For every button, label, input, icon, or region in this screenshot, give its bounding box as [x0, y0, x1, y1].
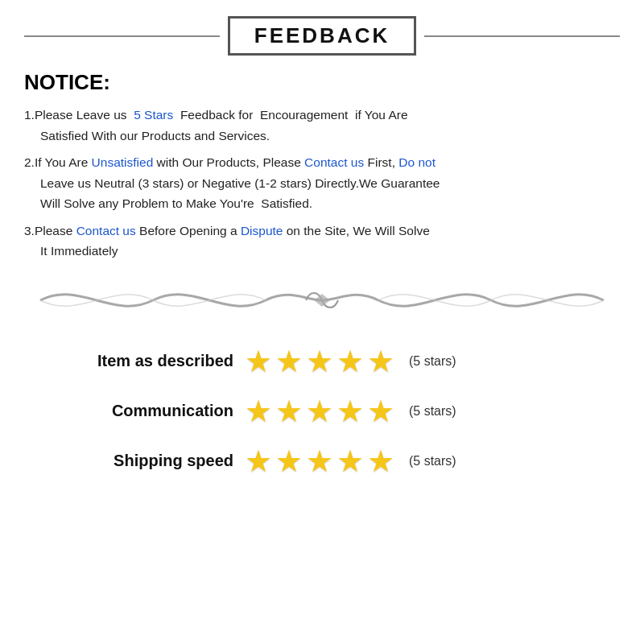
stars-item-described: ★ ★ ★ ★ ★: [245, 344, 394, 379]
star-1: ★: [245, 344, 272, 379]
page-header: FEEDBACK: [24, 16, 620, 56]
feedback-title: FEEDBACK: [254, 23, 390, 47]
notice-list: 1.Please Leave us 5 Stars Feedback for E…: [24, 105, 620, 262]
star-2: ★: [275, 344, 303, 379]
highlight-donot: Do not: [398, 155, 436, 169]
highlight-contact2: Contact us: [76, 224, 136, 237]
rating-label-shipping: Shipping speed: [56, 452, 233, 470]
star-count-item-described: (5 stars): [409, 354, 456, 369]
star-5: ★: [367, 394, 394, 429]
star-3: ★: [306, 344, 333, 379]
highlight-5stars: 5 Stars: [134, 108, 173, 122]
notice-section: NOTICE: 1.Please Leave us 5 Stars Feedba…: [24, 70, 620, 262]
star-4: ★: [336, 444, 364, 479]
star-4: ★: [336, 394, 364, 429]
notice-item-3: 3.Please Contact us Before Opening a Dis…: [24, 221, 620, 262]
ratings-section: Item as described ★ ★ ★ ★ ★ (5 stars) Co…: [24, 344, 620, 479]
highlight-unsatisfied: Unsatisfied: [92, 155, 154, 169]
star-2: ★: [275, 394, 303, 429]
rating-label-communication: Communication: [56, 402, 233, 420]
stars-shipping: ★ ★ ★ ★ ★: [245, 444, 394, 479]
star-1: ★: [245, 394, 272, 429]
header-line-left: [24, 35, 220, 37]
notice-item-1: 1.Please Leave us 5 Stars Feedback for E…: [24, 105, 620, 146]
rating-row-shipping: Shipping speed ★ ★ ★ ★ ★ (5 stars): [56, 444, 620, 479]
feedback-title-box: FEEDBACK: [228, 16, 416, 56]
star-4: ★: [336, 344, 364, 379]
notice-title: NOTICE:: [24, 70, 620, 95]
notice-item-2: 2.If You Are Unsatisfied with Our Produc…: [24, 152, 620, 214]
rating-row-item-described: Item as described ★ ★ ★ ★ ★ (5 stars): [56, 344, 620, 379]
decorative-divider: [24, 276, 620, 324]
svg-marker-0: [314, 294, 330, 307]
star-count-communication: (5 stars): [409, 404, 456, 419]
header-line-right: [424, 35, 620, 37]
star-5: ★: [367, 344, 394, 379]
star-1: ★: [245, 444, 272, 479]
star-2: ★: [275, 444, 303, 479]
rating-label-item-described: Item as described: [56, 352, 233, 370]
star-count-shipping: (5 stars): [409, 454, 456, 469]
rating-row-communication: Communication ★ ★ ★ ★ ★ (5 stars): [56, 394, 620, 429]
highlight-dispute: Dispute: [241, 224, 283, 237]
highlight-contact1: Contact us: [304, 155, 364, 169]
star-3: ★: [306, 444, 333, 479]
star-5: ★: [367, 444, 394, 479]
star-3: ★: [306, 394, 333, 429]
stars-communication: ★ ★ ★ ★ ★: [245, 394, 394, 429]
